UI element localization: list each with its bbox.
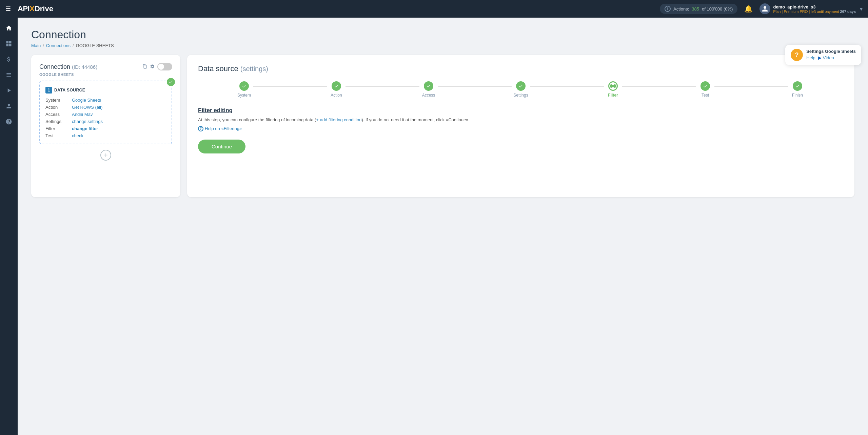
help-widget: ? Settings Google Sheets Help ▶ Video bbox=[785, 45, 861, 65]
data-source-check bbox=[167, 78, 175, 86]
sidebar-item-profile[interactable] bbox=[2, 100, 15, 112]
sidebar bbox=[0, 18, 18, 435]
username: demo_apix-drive_s3 bbox=[773, 4, 856, 9]
connection-card: Connection (ID: 44486) bbox=[31, 55, 180, 197]
step-access[interactable]: Access bbox=[382, 81, 475, 98]
step-circle-access bbox=[424, 81, 433, 91]
sidebar-item-help[interactable] bbox=[2, 115, 15, 128]
step-finish[interactable]: Finish bbox=[751, 81, 844, 98]
ds-row-system: System Google Sheets bbox=[45, 98, 166, 103]
google-sheets-label: GOOGLE SHEETS bbox=[39, 72, 172, 77]
actions-label: Actions: bbox=[673, 6, 689, 12]
actions-value: 385 bbox=[692, 6, 699, 12]
logo-x: X bbox=[29, 4, 35, 13]
user-info: demo_apix-drive_s3 Plan | Premium PRO | … bbox=[773, 4, 856, 14]
add-connection-button[interactable]: + bbox=[100, 150, 111, 161]
sidebar-item-play[interactable] bbox=[2, 84, 15, 97]
chevron-down-icon: ▾ bbox=[860, 6, 863, 12]
step-label-test: Test bbox=[702, 93, 709, 98]
filter-description: At this step, you can configure the filt… bbox=[198, 117, 844, 123]
filter-help-text: Help on «Filtering» bbox=[205, 126, 242, 131]
settings-icon[interactable] bbox=[150, 64, 155, 70]
avatar bbox=[760, 3, 770, 14]
settings-card-title: Data source (settings) bbox=[198, 64, 844, 73]
add-filtering-condition-link[interactable]: + add filtering condition bbox=[316, 117, 361, 122]
sidebar-item-dashboard[interactable] bbox=[2, 37, 15, 50]
connection-card-header: Connection (ID: 44486) bbox=[39, 63, 172, 70]
menu-icon[interactable]: ☰ bbox=[5, 5, 11, 13]
step-circle-settings bbox=[516, 81, 526, 91]
step-settings[interactable]: Settings bbox=[475, 81, 567, 98]
user-menu[interactable]: demo_apix-drive_s3 Plan | Premium PRO | … bbox=[760, 3, 863, 14]
data-source-block: 1 DATA SOURCE System Google Sheets Actio… bbox=[39, 81, 172, 144]
page-title: Connection bbox=[31, 28, 854, 41]
logo-drive: Drive bbox=[35, 4, 53, 13]
filter-section: Filter editing At this step, you can con… bbox=[198, 107, 844, 153]
breadcrumb-connections[interactable]: Connections bbox=[46, 43, 71, 48]
filter-help-link[interactable]: ? Help on «Filtering» bbox=[198, 126, 844, 131]
help-question-icon: ? bbox=[791, 49, 803, 61]
filter-help-icon: ? bbox=[198, 126, 203, 131]
step-label-filter: Filter bbox=[608, 93, 618, 98]
step-circle-action bbox=[332, 81, 341, 91]
step-label-settings: Settings bbox=[513, 93, 528, 98]
sidebar-item-home[interactable] bbox=[2, 22, 15, 35]
step-filter[interactable]: Filter bbox=[567, 81, 659, 98]
step-circle-filter bbox=[608, 81, 618, 91]
settings-title-sub: (settings) bbox=[240, 65, 268, 72]
plan-info: Plan | Premium PRO | left until payment … bbox=[773, 9, 856, 14]
play-icon: ▶ bbox=[818, 55, 822, 60]
logo: API X Drive bbox=[18, 4, 53, 13]
actions-total: of 100'000 (0%) bbox=[702, 6, 733, 12]
continue-button[interactable]: Continue bbox=[198, 140, 245, 153]
step-circle-finish bbox=[793, 81, 802, 91]
breadcrumb-current: GOOGLE SHEETS bbox=[76, 43, 114, 48]
settings-card: Data source (settings) System bbox=[187, 55, 854, 197]
step-label-system: System bbox=[237, 93, 251, 98]
help-content: Settings Google Sheets Help ▶ Video bbox=[806, 49, 856, 60]
ds-row-filter: Filter change filter bbox=[45, 126, 166, 131]
ds-label: DATA SOURCE bbox=[54, 88, 85, 92]
copy-icon[interactable] bbox=[142, 64, 147, 70]
step-progress: System Action Access bbox=[198, 81, 844, 98]
breadcrumb-sep-2: / bbox=[73, 43, 74, 48]
ds-row-test: Test check bbox=[45, 133, 166, 138]
sidebar-item-billing[interactable] bbox=[2, 53, 15, 66]
logo-api: API bbox=[18, 4, 29, 13]
filter-section-title: Filter editing bbox=[198, 107, 844, 114]
help-video-link[interactable]: ▶ Video bbox=[818, 55, 834, 60]
sidebar-item-connections[interactable] bbox=[2, 68, 15, 81]
navbar: ☰ API X Drive i Actions: 385 of 100'000 … bbox=[0, 0, 868, 18]
step-system[interactable]: System bbox=[198, 81, 290, 98]
step-label-action: Action bbox=[331, 93, 342, 98]
ds-row-access: Access Andrii Mav bbox=[45, 112, 166, 117]
main-layout: ? Settings Google Sheets Help ▶ Video Co… bbox=[0, 18, 868, 435]
cards-row: Connection (ID: 44486) bbox=[31, 55, 854, 197]
breadcrumb-main[interactable]: Main bbox=[31, 43, 41, 48]
ds-row-settings: Settings change settings bbox=[45, 119, 166, 124]
connection-id: (ID: 44486) bbox=[72, 64, 97, 70]
data-source-title: 1 DATA SOURCE bbox=[45, 87, 166, 94]
breadcrumb-sep-1: / bbox=[43, 43, 44, 48]
actions-badge: i Actions: 385 of 100'000 (0%) bbox=[660, 4, 737, 14]
help-link[interactable]: Help bbox=[806, 55, 815, 60]
step-test[interactable]: Test bbox=[659, 81, 751, 98]
connection-card-title: Connection (ID: 44486) bbox=[39, 63, 97, 70]
help-links: Help ▶ Video bbox=[806, 55, 856, 60]
step-circle-system bbox=[239, 81, 249, 91]
page-header: Connection Main / Connections / GOOGLE S… bbox=[31, 28, 854, 48]
step-circle-test bbox=[701, 81, 710, 91]
ds-number: 1 bbox=[45, 87, 52, 94]
step-action[interactable]: Action bbox=[290, 81, 382, 98]
add-button-container: + bbox=[39, 150, 172, 161]
bell-icon[interactable]: 🔔 bbox=[744, 5, 753, 13]
ds-rows: System Google Sheets Action Get ROWS (al… bbox=[45, 98, 166, 138]
video-label: Video bbox=[823, 55, 834, 60]
info-icon: i bbox=[665, 6, 671, 12]
ds-row-action: Action Get ROWS (all) bbox=[45, 105, 166, 110]
breadcrumb: Main / Connections / GOOGLE SHEETS bbox=[31, 43, 854, 48]
step-label-access: Access bbox=[422, 93, 435, 98]
toggle-switch[interactable] bbox=[157, 63, 172, 70]
help-title: Settings Google Sheets bbox=[806, 49, 856, 54]
content-area: ? Settings Google Sheets Help ▶ Video Co… bbox=[18, 18, 868, 435]
